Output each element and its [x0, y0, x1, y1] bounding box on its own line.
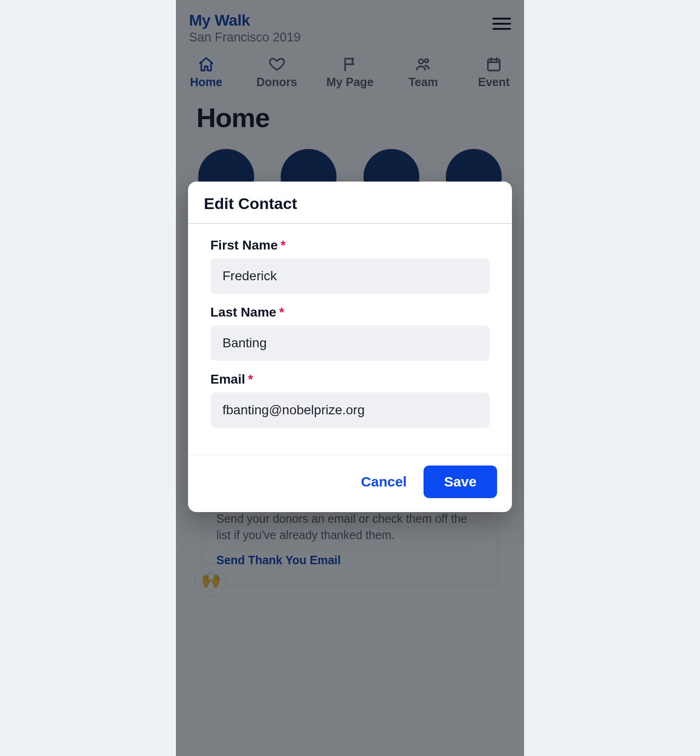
required-marker: *	[279, 305, 284, 319]
modal-body: First Name* Last Name* Email*	[188, 224, 512, 455]
cancel-button[interactable]: Cancel	[361, 474, 407, 490]
modal-footer: Cancel Save	[188, 455, 512, 512]
save-button[interactable]: Save	[424, 466, 497, 498]
modal-header: Edit Contact	[188, 182, 512, 224]
last-name-label: Last Name	[210, 305, 276, 320]
field-first-name: First Name*	[210, 238, 490, 294]
edit-contact-modal: Edit Contact First Name* Last Name* Emai…	[188, 182, 512, 512]
field-last-name: Last Name*	[210, 305, 490, 361]
required-marker: *	[248, 372, 253, 386]
email-label: Email	[210, 372, 245, 387]
modal-title: Edit Contact	[204, 195, 496, 213]
required-marker: *	[281, 238, 286, 252]
field-email: Email*	[210, 372, 490, 428]
first-name-label: First Name	[210, 238, 278, 253]
first-name-input[interactable]	[210, 258, 490, 294]
app-frame: My Walk San Francisco 2019 Home Donors	[176, 0, 524, 756]
last-name-input[interactable]	[210, 325, 490, 361]
email-input[interactable]	[210, 392, 490, 428]
